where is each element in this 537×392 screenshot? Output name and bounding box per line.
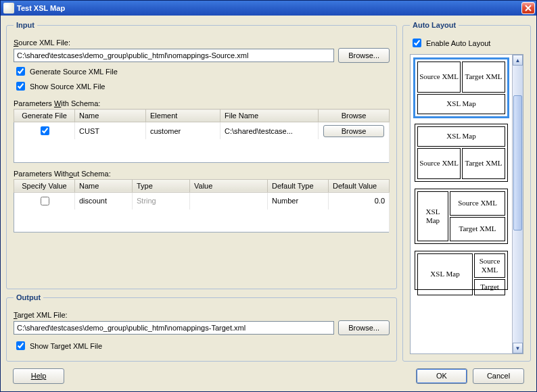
cell-specify-value: [14, 192, 75, 210]
layout-cell: Source XML: [417, 148, 461, 179]
generate-file-checkbox[interactable]: [41, 126, 49, 135]
layout-cell: Source XML: [450, 191, 505, 216]
auto-layout-legend: Auto Layout: [410, 21, 459, 29]
layout-cell: XSL Map: [417, 126, 505, 147]
layout-option-3[interactable]: XSL Map Source XML Target XML: [415, 189, 508, 244]
source-xml-row: Browse...: [14, 48, 390, 63]
layout-options: Source XML Target XML XSL Map XSL Map So…: [411, 55, 512, 353]
target-xml-input[interactable]: [14, 321, 334, 335]
ok-button[interactable]: OK: [416, 368, 467, 384]
close-icon: [525, 5, 532, 11]
cell-default-type[interactable]: Number: [268, 192, 329, 210]
target-xml-label: Target XML File:: [14, 311, 390, 319]
cell-generate-file: [14, 122, 75, 140]
generate-source-row: Generate Source XML File: [14, 65, 390, 78]
layout-cell: Source XML: [474, 253, 505, 278]
row-browse-button[interactable]: Browse: [323, 125, 384, 137]
window-title: Test XSL Map: [17, 4, 521, 12]
auto-layout-group: Auto Layout Enable Auto Layout Source XM…: [402, 21, 531, 362]
layout-option-4[interactable]: Source XML XSL Map Target: [415, 251, 508, 290]
layout-options-list: Source XML Target XML XSL Map XSL Map So…: [410, 54, 523, 354]
scroll-down-button[interactable]: ▼: [513, 343, 523, 353]
cell-value[interactable]: [190, 192, 268, 210]
target-xml-row: Browse...: [14, 320, 390, 335]
specify-value-checkbox[interactable]: [41, 197, 49, 205]
col-name[interactable]: Name: [75, 179, 133, 192]
dialog-content: Input Source XML File: Browse... Generat…: [1, 16, 536, 391]
right-column: Auto Layout Enable Auto Layout Source XM…: [402, 21, 531, 362]
layout-cell: Target: [474, 279, 505, 295]
layout-cell: Target XML: [450, 217, 505, 241]
app-icon: [3, 3, 14, 14]
table-row: [14, 210, 390, 232]
target-browse-button[interactable]: Browse...: [338, 320, 390, 335]
help-button[interactable]: Help: [13, 368, 64, 384]
show-source-row: Show Source XML File: [14, 80, 390, 93]
cell-default-value[interactable]: 0.0: [329, 192, 390, 210]
layout-cell: XSL Map: [417, 253, 473, 295]
col-default-value[interactable]: Default Value: [329, 179, 390, 192]
output-legend: Output: [14, 293, 43, 301]
output-group: Output Target XML File: Browse... Show T…: [6, 293, 397, 362]
layout-option-1[interactable]: Source XML Target XML XSL Map: [415, 59, 508, 117]
col-type[interactable]: Type: [133, 179, 190, 192]
table-row[interactable]: CUST customer C:\shared\testcase... Brow…: [14, 122, 390, 140]
cell-browse: Browse: [319, 122, 390, 140]
generate-source-checkbox[interactable]: [16, 67, 25, 76]
table-row: Generate File Name Element File Name Bro…: [14, 109, 390, 122]
enable-auto-layout-row: Enable Auto Layout: [410, 36, 523, 49]
show-target-checkbox[interactable]: [16, 341, 25, 350]
enable-auto-layout-checkbox[interactable]: [413, 39, 421, 47]
scroll-up-button[interactable]: ▲: [513, 55, 523, 66]
col-filename[interactable]: File Name: [220, 109, 319, 122]
cell-element[interactable]: customer: [146, 122, 220, 140]
col-name[interactable]: Name: [75, 109, 146, 122]
col-element[interactable]: Element: [146, 109, 220, 122]
show-target-label: Show Target XML File: [30, 342, 102, 350]
cell-filename[interactable]: C:\shared\testcase...: [220, 122, 319, 140]
source-xml-input[interactable]: [14, 49, 334, 62]
params-without-schema-table: Specify Value Name Type Value Default Ty…: [14, 179, 390, 233]
layout-cell: Target XML: [462, 62, 505, 93]
col-specify-value[interactable]: Specify Value: [14, 179, 75, 192]
layout-scrollbar[interactable]: ▲ ▼: [512, 55, 523, 353]
params-without-schema-label: Parameters Without Schema:: [14, 170, 390, 178]
left-column: Input Source XML File: Browse... Generat…: [6, 21, 397, 362]
footer-button-bar: Help OK Cancel: [6, 362, 531, 386]
col-generate-file[interactable]: Generate File: [14, 109, 75, 122]
table-row[interactable]: discount String Number 0.0: [14, 192, 390, 210]
cell-name[interactable]: discount: [75, 192, 133, 210]
input-legend: Input: [14, 21, 37, 29]
table-row: Specify Value Name Type Value Default Ty…: [14, 179, 390, 192]
close-button[interactable]: [521, 2, 535, 14]
source-xml-label: Source XML File:: [14, 39, 390, 47]
enable-auto-layout-label: Enable Auto Layout: [426, 39, 490, 47]
layout-cell: XSL Map: [417, 94, 505, 114]
titlebar: Test XSL Map: [1, 1, 536, 16]
dialog-window: Test XSL Map Input Source XML File: Brow…: [0, 0, 537, 392]
input-group: Input Source XML File: Browse... Generat…: [6, 21, 397, 289]
layout-cell: Target XML: [462, 148, 505, 179]
col-value[interactable]: Value: [190, 179, 268, 192]
cell-type[interactable]: String: [133, 192, 190, 210]
scrollbar-thumb[interactable]: [513, 95, 522, 230]
layout-option-2[interactable]: XSL Map Source XML Target XML: [415, 124, 508, 182]
layout-cell: Source XML: [417, 62, 461, 93]
params-with-schema-label: Parameters With Schema:: [14, 99, 390, 107]
source-browse-button[interactable]: Browse...: [338, 48, 390, 63]
show-source-checkbox[interactable]: [16, 82, 25, 91]
show-target-row: Show Target XML File: [14, 339, 390, 352]
generate-source-label: Generate Source XML File: [30, 68, 118, 76]
cell-name[interactable]: CUST: [75, 122, 146, 140]
params-with-schema-table: Generate File Name Element File Name Bro…: [14, 109, 390, 163]
table-row: [14, 139, 390, 162]
show-source-label: Show Source XML File: [30, 82, 106, 91]
cancel-button[interactable]: Cancel: [473, 368, 524, 384]
layout-cell: XSL Map: [417, 191, 448, 241]
col-default-type[interactable]: Default Type: [268, 179, 329, 192]
main-row: Input Source XML File: Browse... Generat…: [6, 21, 531, 362]
col-browse[interactable]: Browse: [319, 109, 390, 122]
